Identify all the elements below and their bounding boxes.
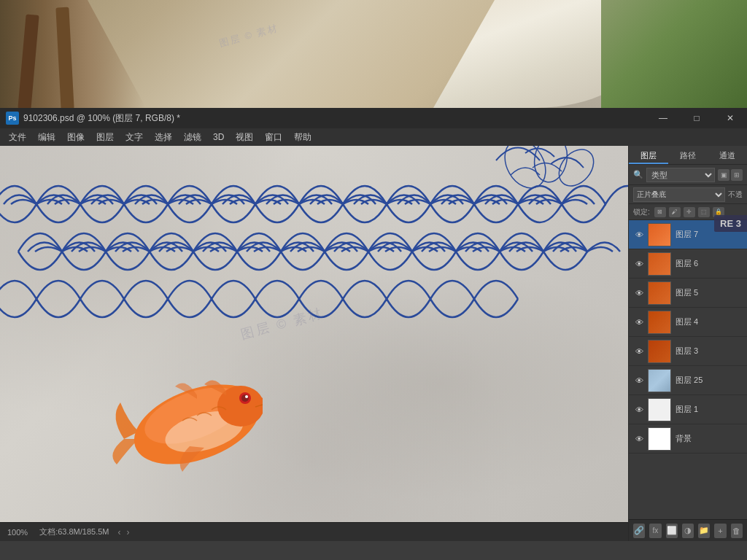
fx-button[interactable]: fx bbox=[649, 524, 661, 538]
top-watermark: 图层 © 素材 bbox=[218, 22, 280, 50]
menu-item-文件[interactable]: 文件 bbox=[3, 128, 32, 146]
lock-label: 锁定: bbox=[633, 207, 650, 217]
layer-item-4[interactable]: 👁 图层 4 bbox=[629, 308, 747, 337]
panel-tabs: 图层 路径 通道 bbox=[629, 146, 747, 165]
status-bar: 100% 文档:63.8M/185.5M ‹ › bbox=[0, 522, 628, 541]
layer-item-5[interactable]: 👁 图层 5 bbox=[629, 279, 747, 308]
delete-layer-button[interactable]: 🗑 bbox=[731, 524, 743, 538]
layer-item-bg[interactable]: 👁 背景 bbox=[629, 424, 747, 454]
folder-button[interactable]: 📁 bbox=[698, 524, 710, 538]
svg-point-8 bbox=[241, 394, 249, 402]
svg-point-9 bbox=[245, 395, 248, 398]
layer-thumb-7 bbox=[648, 223, 671, 246]
wave-svg bbox=[0, 146, 628, 335]
panel-bottom-buttons: 🔗 fx ⬜ ◑ 📁 + 🗑 bbox=[629, 519, 747, 541]
layer-visibility-bg[interactable]: 👁 bbox=[633, 433, 645, 445]
layer-item-1[interactable]: 👁 图层 1 bbox=[629, 395, 747, 424]
blend-mode-dropdown[interactable]: 正片叠底 bbox=[633, 187, 725, 202]
layer-visibility-4[interactable]: 👁 bbox=[633, 316, 645, 328]
layer-visibility-5[interactable]: 👁 bbox=[633, 287, 645, 299]
menu-bar: 文件编辑图像图层文字选择滤镜3D视图窗口帮助 bbox=[0, 128, 747, 146]
layer-thumb-3 bbox=[648, 340, 671, 363]
zoom-level: 100% bbox=[7, 528, 28, 537]
layer-name-4: 图层 4 bbox=[676, 316, 698, 327]
menu-item-文字[interactable]: 文字 bbox=[120, 128, 149, 146]
layer-thumb-25 bbox=[648, 369, 671, 392]
layer-name-7: 图层 7 bbox=[676, 229, 698, 240]
window-title: 9102306.psd @ 100% (图层 7, RGB/8) * bbox=[23, 112, 180, 125]
koi-svg bbox=[102, 337, 263, 483]
layer-name-25: 图层 25 bbox=[676, 375, 703, 386]
lock-move[interactable]: ✛ bbox=[684, 207, 695, 217]
menu-item-帮助[interactable]: 帮助 bbox=[288, 128, 317, 146]
outdoor-bg bbox=[601, 0, 747, 108]
main-area: 图层 © 素材 100% 文档:63.8M/185.5M ‹ › 图层 路径 通… bbox=[0, 146, 747, 541]
koi-fish bbox=[102, 337, 263, 483]
layer-visibility-7[interactable]: 👁 bbox=[633, 229, 645, 241]
tab-channels[interactable]: 通道 bbox=[708, 146, 747, 164]
lock-checkerboard[interactable]: ⊠ bbox=[654, 207, 666, 217]
menu-item-滤镜[interactable]: 滤镜 bbox=[178, 128, 207, 146]
opacity-label: 不透 bbox=[728, 190, 743, 200]
maximize-button[interactable]: □ bbox=[680, 108, 713, 128]
layer-name-bg: 背景 bbox=[676, 433, 692, 444]
layer-name-3: 图层 3 bbox=[676, 346, 698, 357]
layer-item-3[interactable]: 👁 图层 3 bbox=[629, 337, 747, 366]
layer-thumb-4 bbox=[648, 311, 671, 334]
nav-arrows: ‹ › bbox=[115, 527, 133, 537]
adjustment-button[interactable]: ◑ bbox=[682, 524, 694, 538]
filter-icon-1[interactable]: ▣ bbox=[718, 169, 729, 181]
menu-item-3D[interactable]: 3D bbox=[207, 128, 230, 146]
ps-icon: Ps bbox=[6, 112, 19, 125]
filter-icons: ▣ ⊞ bbox=[718, 169, 743, 181]
blend-opacity-row: 正片叠底 不透 bbox=[629, 185, 747, 204]
menu-item-窗口[interactable]: 窗口 bbox=[259, 128, 288, 146]
top-photo-area: 图层 © 素材 bbox=[0, 0, 747, 108]
menu-item-编辑[interactable]: 编辑 bbox=[32, 128, 61, 146]
menu-item-图像[interactable]: 图像 bbox=[61, 128, 90, 146]
minimize-button[interactable]: — bbox=[646, 108, 680, 128]
layers-list[interactable]: 👁 图层 7 👁 图层 6 👁 bbox=[629, 220, 747, 519]
menu-item-视图[interactable]: 视图 bbox=[230, 128, 259, 146]
search-icon: 🔍 bbox=[633, 170, 643, 179]
layer-name-5: 图层 5 bbox=[676, 287, 698, 298]
menu-item-选择[interactable]: 选择 bbox=[149, 128, 178, 146]
new-layer-button[interactable]: + bbox=[714, 524, 726, 538]
nav-prev[interactable]: ‹ bbox=[115, 527, 124, 537]
tab-paths[interactable]: 路径 bbox=[668, 146, 708, 164]
filter-type-dropdown[interactable]: 类型 bbox=[646, 168, 715, 182]
nav-next[interactable]: › bbox=[124, 527, 133, 537]
layers-panel: 图层 路径 通道 🔍 类型 ▣ ⊞ 正片叠底 不透 锁定: ⊠ bbox=[628, 146, 747, 541]
layer-visibility-3[interactable]: 👁 bbox=[633, 346, 645, 357]
layer-name-1: 图层 1 bbox=[676, 404, 698, 415]
layer-visibility-25[interactable]: 👁 bbox=[633, 375, 645, 386]
svg-point-2 bbox=[552, 146, 601, 192]
layer-thumb-5 bbox=[648, 281, 671, 305]
wave-container bbox=[0, 146, 628, 335]
lock-paint[interactable]: 🖌 bbox=[669, 207, 681, 217]
layer-thumb-1 bbox=[648, 398, 671, 421]
layer-visibility-6[interactable]: 👁 bbox=[633, 258, 645, 270]
doc-size: 文档:63.8M/185.5M bbox=[39, 526, 109, 537]
title-bar: Ps 9102306.psd @ 100% (图层 7, RGB/8) * — … bbox=[0, 108, 747, 128]
close-button[interactable]: ✕ bbox=[713, 108, 747, 128]
canvas-content: 图层 © 素材 bbox=[0, 146, 628, 541]
filter-row: 🔍 类型 ▣ ⊞ bbox=[629, 165, 747, 185]
tab-layers[interactable]: 图层 bbox=[629, 146, 668, 164]
link-layers-button[interactable]: 🔗 bbox=[633, 524, 645, 538]
menu-item-图层[interactable]: 图层 bbox=[90, 128, 120, 146]
re3-badge: RE 3 bbox=[714, 215, 747, 232]
window-controls: — □ ✕ bbox=[646, 108, 747, 128]
photoshop-window: Ps 9102306.psd @ 100% (图层 7, RGB/8) * — … bbox=[0, 108, 747, 560]
lock-artboard[interactable]: ⬚ bbox=[698, 207, 710, 217]
layer-name-6: 图层 6 bbox=[676, 258, 698, 269]
filter-icon-2[interactable]: ⊞ bbox=[731, 169, 743, 181]
layer-item-6[interactable]: 👁 图层 6 bbox=[629, 249, 747, 279]
layer-thumb-6 bbox=[648, 252, 671, 276]
add-mask-button[interactable]: ⬜ bbox=[666, 524, 678, 538]
canvas-area[interactable]: 图层 © 素材 100% 文档:63.8M/185.5M ‹ › bbox=[0, 146, 628, 541]
layer-thumb-bg bbox=[648, 427, 671, 451]
layer-visibility-1[interactable]: 👁 bbox=[633, 404, 645, 416]
layer-item-25[interactable]: 👁 图层 25 bbox=[629, 366, 747, 395]
